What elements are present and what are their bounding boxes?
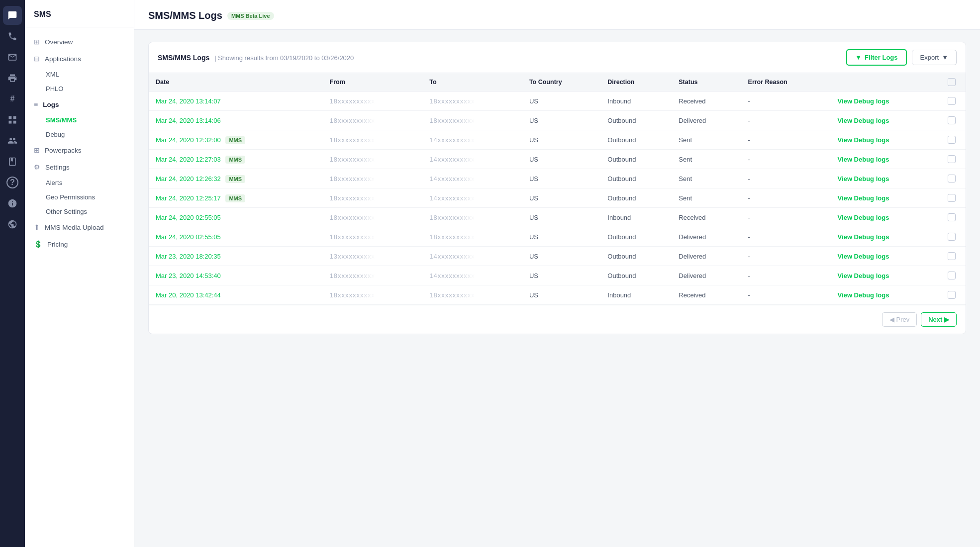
date-link-9[interactable]: Mar 23, 2020 14:53:40 <box>156 272 221 279</box>
filter-logs-button[interactable]: ▼ Filter Logs <box>846 49 906 66</box>
book-rail-icon[interactable] <box>3 152 22 171</box>
cell-debug-0[interactable]: View Debug logs <box>831 91 941 111</box>
sidebar-item-powerpacks[interactable]: ⊞ Powerpacks <box>25 142 134 159</box>
date-link-0[interactable]: Mar 24, 2020 13:14:07 <box>156 97 221 105</box>
date-link-6[interactable]: Mar 24, 2020 02:55:05 <box>156 214 221 221</box>
row-checkbox-7[interactable] <box>948 233 956 241</box>
date-link-3[interactable]: Mar 24, 2020 12:27:03 <box>156 156 221 163</box>
sidebar-item-xml[interactable]: XML <box>25 67 134 82</box>
cell-debug-1[interactable]: View Debug logs <box>831 111 941 130</box>
row-checkbox-5[interactable] <box>948 194 956 202</box>
icon-rail: # ? <box>0 0 25 547</box>
row-checkbox-1[interactable] <box>948 116 956 124</box>
team-rail-icon[interactable] <box>3 131 22 150</box>
cell-check-2[interactable] <box>941 130 966 150</box>
cell-check-9[interactable] <box>941 266 966 285</box>
row-checkbox-9[interactable] <box>948 272 956 279</box>
view-debug-link-3[interactable]: View Debug logs <box>838 156 889 163</box>
cell-check-5[interactable] <box>941 188 966 208</box>
date-link-4[interactable]: Mar 24, 2020 12:26:32 <box>156 175 221 182</box>
sidebar-item-mms-media-upload[interactable]: ⬆ MMS Media Upload <box>25 219 134 236</box>
view-debug-link-1[interactable]: View Debug logs <box>838 117 889 124</box>
cell-check-6[interactable] <box>941 208 966 227</box>
view-debug-link-0[interactable]: View Debug logs <box>838 97 889 105</box>
grid-rail-icon[interactable] <box>3 110 22 129</box>
globe-rail-icon[interactable] <box>3 215 22 234</box>
cell-debug-7[interactable]: View Debug logs <box>831 227 941 247</box>
cell-check-3[interactable] <box>941 150 966 169</box>
view-debug-link-5[interactable]: View Debug logs <box>838 194 889 202</box>
cell-date-7[interactable]: Mar 24, 2020 02:55:05 <box>149 227 323 247</box>
cell-date-5[interactable]: Mar 24, 2020 12:25:17 MMS <box>149 188 323 208</box>
support-rail-icon[interactable] <box>3 194 22 213</box>
cell-date-9[interactable]: Mar 23, 2020 14:53:40 <box>149 266 323 285</box>
sidebar-item-pricing[interactable]: 💲 Pricing <box>25 236 134 253</box>
chat-rail-icon[interactable] <box>3 48 22 67</box>
sidebar-item-overview[interactable]: ⊞ Overview <box>25 33 134 50</box>
next-button[interactable]: Next ▶ <box>921 312 957 327</box>
phone-rail-icon[interactable] <box>3 27 22 46</box>
row-checkbox-8[interactable] <box>948 252 956 260</box>
view-debug-link-8[interactable]: View Debug logs <box>838 253 889 260</box>
row-checkbox-6[interactable] <box>948 213 956 221</box>
sidebar-item-logs[interactable]: ≡ Logs <box>25 96 134 113</box>
row-checkbox-2[interactable] <box>948 136 956 144</box>
view-debug-link-6[interactable]: View Debug logs <box>838 214 889 221</box>
cell-check-4[interactable] <box>941 169 966 188</box>
sidebar-item-alerts[interactable]: Alerts <box>25 176 134 190</box>
cell-date-10[interactable]: Mar 20, 2020 13:42:44 <box>149 285 323 305</box>
sidebar-item-settings[interactable]: ⚙ Settings <box>25 159 134 176</box>
prev-button[interactable]: ◀ Prev <box>882 312 917 327</box>
cell-date-3[interactable]: Mar 24, 2020 12:27:03 MMS <box>149 150 323 169</box>
view-debug-link-7[interactable]: View Debug logs <box>838 233 889 241</box>
cell-date-0[interactable]: Mar 24, 2020 13:14:07 <box>149 91 323 111</box>
date-link-2[interactable]: Mar 24, 2020 12:32:00 <box>156 136 221 144</box>
sidebar-item-sms-mms[interactable]: SMS/MMS <box>25 113 134 127</box>
export-button[interactable]: Export ▼ <box>912 50 957 65</box>
cell-from-2: 18xxxxxxxxxx <box>323 130 423 150</box>
table-row: Mar 24, 2020 02:55:05 18xxxxxxxxxx 18xxx… <box>149 227 966 247</box>
hash-rail-icon[interactable]: # <box>3 90 22 108</box>
view-debug-link-10[interactable]: View Debug logs <box>838 291 889 299</box>
sidebar-item-debug[interactable]: Debug <box>25 127 134 142</box>
cell-check-10[interactable] <box>941 285 966 305</box>
view-debug-link-2[interactable]: View Debug logs <box>838 136 889 144</box>
date-link-1[interactable]: Mar 24, 2020 13:14:06 <box>156 117 221 124</box>
cell-date-8[interactable]: Mar 23, 2020 18:20:35 <box>149 247 323 266</box>
sidebar-item-applications[interactable]: ⊟ Applications <box>25 50 134 67</box>
pricing-icon: 💲 <box>34 240 42 248</box>
row-checkbox-0[interactable] <box>948 97 956 105</box>
date-link-10[interactable]: Mar 20, 2020 13:42:44 <box>156 291 221 299</box>
cell-debug-5[interactable]: View Debug logs <box>831 188 941 208</box>
cell-debug-4[interactable]: View Debug logs <box>831 169 941 188</box>
cell-check-8[interactable] <box>941 247 966 266</box>
cell-debug-6[interactable]: View Debug logs <box>831 208 941 227</box>
cell-date-1[interactable]: Mar 24, 2020 13:14:06 <box>149 111 323 130</box>
sidebar-item-phlo[interactable]: PHLO <box>25 82 134 96</box>
row-checkbox-4[interactable] <box>948 175 956 182</box>
view-debug-link-9[interactable]: View Debug logs <box>838 272 889 279</box>
date-link-7[interactable]: Mar 24, 2020 02:55:05 <box>156 233 221 241</box>
cell-date-2[interactable]: Mar 24, 2020 12:32:00 MMS <box>149 130 323 150</box>
cell-debug-2[interactable]: View Debug logs <box>831 130 941 150</box>
cell-check-7[interactable] <box>941 227 966 247</box>
col-checkbox-header[interactable] <box>941 73 966 91</box>
row-checkbox-3[interactable] <box>948 155 956 163</box>
cell-debug-3[interactable]: View Debug logs <box>831 150 941 169</box>
sidebar-item-other-settings[interactable]: Other Settings <box>25 204 134 219</box>
date-link-8[interactable]: Mar 23, 2020 18:20:35 <box>156 253 221 260</box>
cell-check-0[interactable] <box>941 91 966 111</box>
date-link-5[interactable]: Mar 24, 2020 12:25:17 <box>156 194 221 202</box>
cell-debug-10[interactable]: View Debug logs <box>831 285 941 305</box>
fax-rail-icon[interactable] <box>3 69 22 88</box>
cell-debug-9[interactable]: View Debug logs <box>831 266 941 285</box>
cell-date-4[interactable]: Mar 24, 2020 12:26:32 MMS <box>149 169 323 188</box>
row-checkbox-10[interactable] <box>948 291 956 299</box>
view-debug-link-4[interactable]: View Debug logs <box>838 175 889 182</box>
cell-debug-8[interactable]: View Debug logs <box>831 247 941 266</box>
cell-date-6[interactable]: Mar 24, 2020 02:55:05 <box>149 208 323 227</box>
sidebar-item-geo-permissions[interactable]: Geo Permissions <box>25 190 134 204</box>
help-rail-icon[interactable]: ? <box>3 173 22 192</box>
cell-check-1[interactable] <box>941 111 966 130</box>
sms-rail-icon[interactable] <box>3 6 22 25</box>
